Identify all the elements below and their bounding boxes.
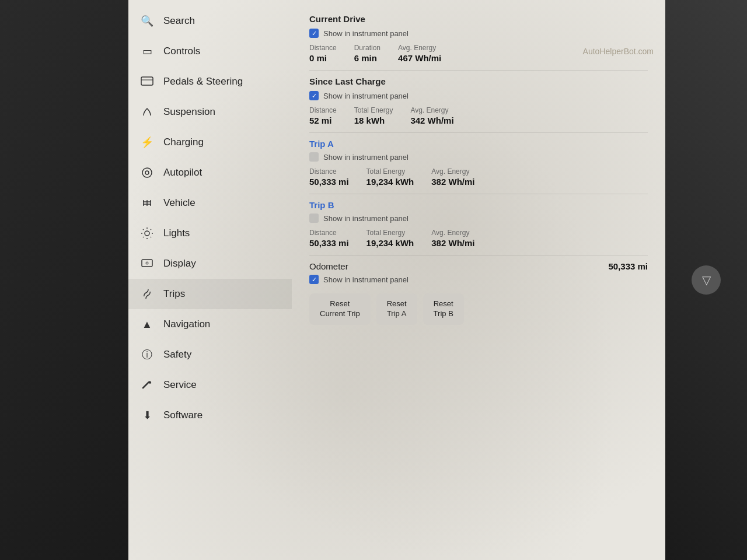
trip-a-avg-energy-label: Avg. Energy: [431, 167, 474, 176]
since-last-charge-distance-value: 52 mi: [309, 116, 337, 125]
sidebar-label-charging: Charging: [163, 136, 204, 148]
navigation-icon: ▲: [140, 317, 154, 331]
trip-a-show-panel-row[interactable]: Show in instrument panel: [309, 152, 648, 162]
sidebar-label-search: Search: [163, 15, 195, 27]
current-drive-stats: Distance 0 mi Duration 6 min Avg. Energy…: [309, 44, 648, 63]
current-drive-avg-energy: Avg. Energy 467 Wh/mi: [398, 44, 441, 63]
since-last-charge-total-energy-value: 18 kWh: [354, 116, 393, 125]
since-last-charge-title: Since Last Charge: [309, 76, 648, 86]
since-last-charge-show-panel-label: Show in instrument panel: [323, 92, 409, 100]
divider-1: [309, 70, 648, 71]
odometer-value: 50,333 mi: [608, 261, 648, 271]
sidebar-label-autopilot: Autopilot: [163, 167, 202, 178]
trip-b-distance: Distance 50,333 mi: [309, 229, 349, 248]
svg-point-19: [146, 262, 148, 264]
vent-control[interactable]: ▽: [692, 265, 721, 295]
since-last-charge-distance: Distance 52 mi: [309, 106, 337, 125]
sidebar-item-autopilot[interactable]: Autopilot: [128, 158, 292, 188]
vent-arrow-icon: ▽: [702, 273, 711, 287]
svg-point-9: [145, 231, 149, 236]
sidebar: 🔍 Search ▭ Controls Pedals & Steering S: [128, 0, 292, 560]
safety-icon: ⓘ: [140, 348, 154, 362]
sidebar-item-trips[interactable]: Trips: [128, 279, 292, 309]
trip-b-stats: Distance 50,333 mi Total Energy 19,234 k…: [309, 229, 648, 248]
sidebar-item-lights[interactable]: Lights: [128, 218, 292, 249]
sidebar-item-navigation[interactable]: ▲ Navigation: [128, 309, 292, 340]
sidebar-label-suspension: Suspension: [163, 106, 215, 118]
reset-trip-b-button[interactable]: ResetTrip B: [423, 293, 464, 325]
suspension-icon: [140, 105, 154, 119]
trip-a-total-energy: Total Energy 19,234 kWh: [366, 167, 414, 187]
sidebar-label-lights: Lights: [163, 228, 190, 239]
odometer-show-panel-label: Show in instrument panel: [323, 275, 409, 284]
sidebar-item-safety[interactable]: ⓘ Safety: [128, 340, 292, 370]
display-icon: [140, 257, 154, 271]
current-drive-show-panel-row[interactable]: Show in instrument panel: [309, 29, 648, 38]
sidebar-label-service: Service: [163, 379, 197, 391]
sidebar-item-vehicle[interactable]: Vehicle: [128, 188, 292, 218]
since-last-charge-show-panel-row[interactable]: Show in instrument panel: [309, 91, 648, 100]
trip-b-distance-value: 50,333 mi: [309, 238, 349, 248]
trip-b-show-panel-row[interactable]: Show in instrument panel: [309, 214, 648, 223]
sidebar-item-software[interactable]: ⬇ Software: [128, 400, 292, 430]
current-drive-duration-value: 6 min: [354, 53, 381, 63]
sidebar-label-safety: Safety: [163, 349, 191, 360]
sidebar-item-service[interactable]: Service: [128, 370, 292, 400]
since-last-charge-total-energy-label: Total Energy: [354, 106, 393, 114]
sidebar-label-software: Software: [163, 410, 203, 421]
sidebar-label-vehicle: Vehicle: [163, 197, 196, 209]
odometer-section: Odometer 50,333 mi Show in instrument pa…: [309, 261, 648, 284]
current-drive-show-panel-label: Show in instrument panel: [323, 29, 409, 38]
sidebar-item-display[interactable]: Display: [128, 249, 292, 279]
svg-line-16: [151, 229, 151, 230]
trip-b-section: Trip B Show in instrument panel Distance…: [309, 200, 648, 248]
sidebar-item-pedals[interactable]: Pedals & Steering: [128, 66, 292, 97]
service-icon: [140, 378, 154, 392]
trip-a-total-energy-label: Total Energy: [366, 167, 414, 176]
trip-a-show-panel-label: Show in instrument panel: [323, 153, 409, 162]
current-drive-checkbox[interactable]: [309, 29, 319, 38]
trip-b-show-panel-label: Show in instrument panel: [323, 214, 409, 223]
sidebar-item-charging[interactable]: ⚡ Charging: [128, 127, 292, 158]
trip-a-title: Trip A: [309, 139, 648, 149]
trip-b-title: Trip B: [309, 200, 648, 210]
odometer-checkbox[interactable]: [309, 275, 319, 284]
trip-b-checkbox[interactable]: [309, 214, 319, 223]
svg-point-3: [145, 171, 149, 174]
reset-trip-a-button[interactable]: ResetTrip A: [376, 293, 417, 325]
trip-a-distance: Distance 50,333 mi: [309, 167, 349, 187]
trips-icon: [140, 287, 154, 301]
since-last-charge-stats: Distance 52 mi Total Energy 18 kWh Avg. …: [309, 106, 648, 125]
sidebar-item-search[interactable]: 🔍 Search: [128, 6, 292, 36]
odometer-label: Odometer: [309, 261, 348, 271]
sidebar-item-controls[interactable]: ▭ Controls: [128, 36, 292, 66]
svg-line-15: [151, 237, 151, 237]
autopilot-icon: [140, 166, 154, 180]
vehicle-icon: [140, 196, 154, 210]
trip-a-section: Trip A Show in instrument panel Distance…: [309, 139, 648, 187]
sidebar-item-suspension[interactable]: Suspension: [128, 97, 292, 127]
svg-point-2: [142, 168, 152, 177]
sidebar-label-trips: Trips: [163, 288, 185, 300]
charging-icon: ⚡: [140, 135, 154, 149]
trip-b-total-energy-value: 19,234 kWh: [366, 238, 414, 248]
current-drive-avg-energy-label: Avg. Energy: [398, 44, 441, 52]
reset-buttons-row: ResetCurrent Trip ResetTrip A ResetTrip …: [309, 293, 648, 325]
current-drive-section: Current Drive Show in instrument panel D…: [309, 14, 648, 63]
svg-rect-0: [141, 77, 153, 85]
trips-panel: Current Drive Show in instrument panel D…: [292, 0, 665, 560]
left-bezel: [0, 0, 128, 560]
odometer-row: Odometer 50,333 mi: [309, 261, 648, 271]
trip-a-checkbox[interactable]: [309, 152, 319, 162]
since-last-charge-avg-energy-value: 342 Wh/mi: [410, 116, 453, 125]
right-bezel: ▽: [665, 0, 747, 560]
lights-icon: [140, 226, 154, 240]
current-drive-avg-energy-value: 467 Wh/mi: [398, 53, 441, 63]
since-last-charge-checkbox[interactable]: [309, 91, 319, 100]
software-icon: ⬇: [140, 408, 154, 422]
trip-b-distance-label: Distance: [309, 229, 349, 237]
svg-rect-18: [142, 260, 152, 267]
odometer-show-panel-row[interactable]: Show in instrument panel: [309, 275, 648, 284]
reset-current-trip-button[interactable]: ResetCurrent Trip: [309, 293, 371, 325]
sidebar-label-navigation: Navigation: [163, 318, 210, 330]
